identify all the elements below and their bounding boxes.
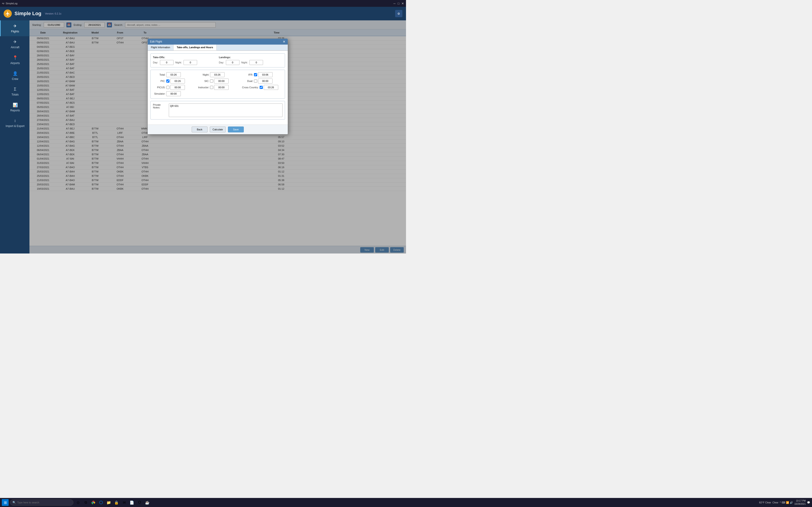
close-button[interactable]: ✕ (401, 2, 404, 5)
pic-row: PIC: 03:26 (153, 78, 195, 83)
maximize-button[interactable]: □ (397, 2, 400, 5)
instructor-checkbox[interactable] (210, 86, 213, 89)
titlebar: 🛩 SimpleLog ─ □ ✕ (0, 0, 406, 7)
private-notes-textarea[interactable]: QR 631 (169, 103, 283, 117)
landings-label: Landings: (219, 56, 283, 59)
takeoffs-night-input[interactable]: 0 (184, 60, 197, 65)
sidebar-item-crew[interactable]: 👤 Crew (0, 68, 30, 84)
settings-button[interactable]: ⚙ (395, 10, 402, 17)
import-export-icon: ↕ (14, 118, 16, 123)
modal-overlay: Edit Flight ✕ Flight Information Take-of… (30, 20, 406, 253)
app-header: Simple Log Version: 0.2.1c ⚙ (0, 7, 406, 20)
landings-day-input[interactable]: 0 (226, 60, 240, 65)
sidebar-label-flights: Flights (11, 30, 19, 33)
edit-flight-modal: Edit Flight ✕ Flight Information Take-of… (148, 39, 288, 134)
dual-row: Dual: 00:00 (241, 78, 283, 83)
night-label: Night: (197, 73, 209, 76)
pic-checkbox[interactable] (166, 79, 169, 82)
app-logo (4, 9, 12, 18)
calculate-button[interactable]: Calculate (210, 126, 226, 132)
tab-flight-information[interactable]: Flight Information (148, 45, 173, 51)
airports-icon: 📍 (13, 55, 18, 60)
ifr-label: IFR: (241, 73, 253, 76)
minimize-button[interactable]: ─ (393, 2, 396, 5)
instructor-input[interactable]: 00:00 (214, 85, 229, 90)
dual-checkbox[interactable] (254, 79, 257, 82)
app-version: Version: 0.2.1c (45, 12, 62, 15)
app-title: Simple Log (14, 11, 42, 16)
takeoffs-night-label: Night: (175, 61, 182, 64)
modal-close-button[interactable]: ✕ (283, 40, 286, 44)
tab-takeoffs-landings[interactable]: Take-offs, Landings and Hours (173, 45, 217, 51)
takeoffs-day-label: Day: (153, 61, 158, 64)
landings-night-input[interactable]: 0 (249, 60, 263, 65)
modal-buttons: Back Calculate Save (148, 124, 288, 134)
total-input[interactable]: 03:26 (166, 72, 181, 77)
cross-country-row: Cross Country: 03:26 (241, 85, 283, 90)
pic-label: PIC: (153, 80, 165, 82)
cross-country-checkbox[interactable] (260, 86, 263, 89)
sidebar-item-totals[interactable]: Σ Totals (0, 84, 30, 99)
night-input[interactable]: 03:26 (210, 72, 224, 77)
sidebar-item-flights[interactable]: ✈ Flights (0, 20, 30, 36)
instructor-label: Instructor: (197, 86, 209, 89)
totals-icon: Σ (14, 87, 16, 92)
dual-input[interactable]: 00:00 (258, 78, 272, 83)
takeoffs-day-input[interactable]: 0 (160, 60, 173, 65)
titlebar-title: SimpleLog (6, 2, 17, 5)
modal-body: Take-Offs: Day: 0 Night: 0 Landings: (148, 51, 288, 124)
simulator-input[interactable]: 00:00 (166, 91, 181, 96)
ifr-input[interactable]: 03:06 (258, 72, 272, 77)
sidebar-item-reports[interactable]: 📊 Reports (0, 99, 30, 115)
sidebar-label-totals: Totals (11, 93, 18, 96)
sidebar-label-import-export: Import & Export (6, 124, 24, 128)
pic-input[interactable]: 03:26 (170, 78, 185, 83)
sidebar-item-import-export[interactable]: ↕ Import & Export (0, 115, 30, 131)
sidebar-item-aircraft[interactable]: ✈ Aircraft (0, 36, 30, 52)
sic-label: SIC: (197, 80, 209, 82)
picus-row: PICUS: 00:00 (153, 85, 195, 90)
modal-titlebar: Edit Flight ✕ (148, 39, 288, 45)
ifr-checkbox[interactable] (254, 73, 257, 76)
hours-col2: Night: 03:26 SIC: 00:00 Instructor: (197, 72, 239, 96)
landings-day-label: Day: (219, 61, 224, 64)
cross-country-input[interactable]: 03:26 (264, 85, 278, 90)
landings-fields: Day: 0 Night: 0 (219, 60, 283, 65)
picus-label: PICUS: (153, 86, 165, 89)
sic-input[interactable]: 00:00 (214, 78, 229, 83)
total-label: Total: (153, 73, 165, 76)
back-button[interactable]: Back (192, 126, 208, 132)
save-button[interactable]: Save (228, 126, 244, 132)
hours-col1: Total: 03:26 PIC: 03:26 PICUS: (153, 72, 195, 96)
simulator-row: Simulator: 00:00 (153, 91, 195, 96)
instructor-row: Instructor: 00:00 (197, 85, 239, 90)
sidebar-item-airports[interactable]: 📍 Airports (0, 52, 30, 68)
picus-checkbox[interactable] (166, 86, 169, 89)
sidebar-label-aircraft: Aircraft (11, 46, 19, 49)
hours-col3: IFR: 03:06 Dual: 00:00 Cross Country: (241, 72, 283, 96)
sidebar-label-airports: Airports (10, 62, 20, 65)
takeoffs-fields: Day: 0 Night: 0 (153, 60, 217, 65)
landings-night-label: Night: (241, 61, 248, 64)
total-row: Total: 03:26 (153, 72, 195, 77)
sidebar-label-reports: Reports (10, 109, 20, 112)
takeoffs-landings-section: Take-Offs: Day: 0 Night: 0 Landings: (150, 53, 285, 67)
reports-icon: 📊 (13, 103, 18, 108)
sic-row: SIC: 00:00 (197, 78, 239, 83)
takeoffs-group: Take-Offs: Day: 0 Night: 0 (153, 56, 217, 65)
simulator-label: Simulator: (153, 92, 165, 95)
picus-input[interactable]: 00:00 (170, 85, 185, 90)
flights-icon: ✈ (13, 23, 17, 29)
takeoffs-label: Take-Offs: (153, 56, 217, 59)
sic-checkbox[interactable] (210, 79, 213, 82)
sidebar: ✈ Flights ✈ Aircraft 📍 Airports 👤 Crew Σ… (0, 20, 30, 253)
titlebar-left: 🛩 SimpleLog (2, 2, 17, 5)
app-icon-small: 🛩 (2, 2, 4, 5)
sidebar-label-crew: Crew (12, 77, 18, 80)
hours-section: Total: 03:26 PIC: 03:26 PICUS: (150, 70, 285, 99)
private-notes-label: Private Notes: (153, 103, 166, 109)
crew-icon: 👤 (13, 71, 18, 76)
modal-tabs: Flight Information Take-offs, Landings a… (148, 45, 288, 51)
titlebar-controls: ─ □ ✕ (393, 2, 404, 5)
dual-label: Dual: (241, 80, 253, 82)
